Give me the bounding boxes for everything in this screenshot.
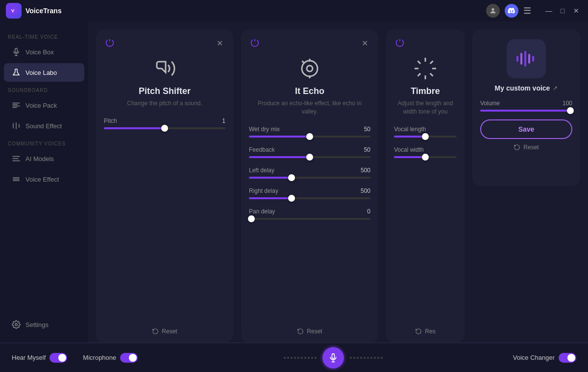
gear-icon bbox=[12, 320, 21, 329]
toggle-knob bbox=[58, 354, 66, 362]
slider-thumb[interactable] bbox=[288, 174, 295, 181]
close-card-button[interactable]: ✕ bbox=[359, 37, 370, 49]
vocal-length-slider[interactable] bbox=[394, 136, 457, 138]
sidebar-item-sound-effect[interactable]: Sound Effect bbox=[4, 116, 84, 135]
mic-dot bbox=[294, 357, 296, 359]
control-label: Feedback bbox=[249, 146, 275, 153]
mic-button[interactable] bbox=[322, 347, 344, 369]
maximize-button[interactable]: □ bbox=[557, 5, 568, 17]
reset-label: Reset bbox=[307, 328, 322, 335]
window-controls[interactable]: — □ ✕ bbox=[543, 5, 582, 17]
reset-button[interactable]: Reset bbox=[297, 328, 322, 335]
leftdelay-slider[interactable] bbox=[249, 177, 370, 179]
svg-rect-30 bbox=[332, 353, 335, 358]
control-label: Left delay bbox=[249, 167, 274, 174]
power-button[interactable] bbox=[249, 37, 261, 49]
svg-rect-26 bbox=[520, 53, 522, 65]
control-value: 50 bbox=[364, 146, 370, 153]
power-button[interactable] bbox=[394, 37, 406, 49]
slider-fill bbox=[249, 136, 310, 138]
svg-point-21 bbox=[307, 66, 313, 71]
svg-rect-29 bbox=[532, 56, 534, 62]
reset-button[interactable]: Res bbox=[415, 328, 435, 335]
power-button[interactable] bbox=[104, 37, 116, 49]
reset-icon bbox=[514, 144, 520, 151]
sidebar-item-voice-box[interactable]: Voice Box bbox=[4, 43, 84, 61]
sidebar-item-label: AI Models bbox=[25, 155, 54, 163]
reset-voice-button[interactable]: Reset bbox=[514, 144, 539, 151]
mic-dot bbox=[304, 357, 306, 359]
slider-thumb[interactable] bbox=[422, 133, 429, 140]
microphone-switch[interactable] bbox=[120, 353, 138, 363]
sidebar-section-soundboard: SOUNDBOARD bbox=[0, 83, 88, 95]
slider-thumb[interactable] bbox=[306, 133, 313, 140]
slider-thumb[interactable] bbox=[248, 215, 255, 222]
custom-voice-panel: My custom voice ↗ Volume 100 Save Reset bbox=[472, 29, 580, 186]
microphone-label: Microphone bbox=[83, 354, 116, 361]
slider-thumb[interactable] bbox=[288, 195, 295, 202]
sidebar-item-ai-models[interactable]: AI Models bbox=[4, 149, 84, 168]
volume-slider[interactable] bbox=[480, 110, 572, 112]
card-footer: Reset bbox=[104, 322, 225, 335]
slider-thumb[interactable] bbox=[306, 154, 313, 161]
card-top-row: ✕ bbox=[104, 37, 225, 49]
slider-thumb[interactable] bbox=[161, 125, 168, 132]
external-link-icon[interactable]: ↗ bbox=[553, 85, 558, 92]
feedback-slider[interactable] bbox=[249, 156, 370, 158]
vocal-width-slider[interactable] bbox=[394, 156, 457, 158]
slider-thumb[interactable] bbox=[422, 154, 429, 161]
control-label: Vocal length bbox=[394, 126, 426, 133]
pandelay-slider[interactable] bbox=[249, 218, 370, 220]
bottom-bar: Hear Myself Microphone bbox=[0, 343, 588, 372]
svg-point-20 bbox=[302, 61, 318, 76]
close-card-button[interactable]: ✕ bbox=[214, 37, 225, 49]
save-button[interactable]: Save bbox=[480, 119, 572, 139]
card-title: Pitch Shifter bbox=[104, 86, 225, 96]
mic-dots-right bbox=[350, 357, 383, 359]
card-controls: Pitch 1 bbox=[104, 117, 225, 322]
slider-fill bbox=[394, 136, 425, 138]
slider-fill bbox=[104, 127, 165, 129]
custom-voice-title: My custom voice bbox=[495, 84, 550, 92]
hear-myself-switch[interactable] bbox=[49, 353, 67, 363]
it-echo-card: ✕ It Echo Produce an echo-like effect, l… bbox=[241, 29, 378, 343]
titlebar-user-icons: ☰ bbox=[486, 4, 535, 18]
mic-center bbox=[153, 347, 513, 369]
microphone-toggle: Microphone bbox=[83, 353, 138, 363]
rightdelay-slider[interactable] bbox=[249, 197, 370, 199]
sidebar-item-label: Sound Effect bbox=[25, 122, 62, 130]
ai-icon bbox=[12, 154, 21, 163]
mic-dot bbox=[350, 357, 352, 359]
mic-dot bbox=[353, 357, 355, 359]
voice-changer-label: Voice Changer bbox=[513, 354, 555, 361]
hamburger-icon[interactable]: ☰ bbox=[523, 5, 531, 16]
svg-line-24 bbox=[302, 61, 304, 63]
control-row: Pitch 1 bbox=[104, 117, 225, 129]
close-button[interactable]: ✕ bbox=[570, 5, 582, 17]
sidebar-item-voice-pack[interactable]: Voice Pack bbox=[4, 96, 84, 115]
sidebar-item-label: Voice Pack bbox=[25, 102, 57, 109]
reset-button[interactable]: Reset bbox=[152, 328, 177, 335]
voice-changer-switch[interactable] bbox=[559, 353, 576, 363]
sidebar-item-voice-effect[interactable]: Voice Effect bbox=[4, 170, 84, 188]
hear-myself-toggle: Hear Myself bbox=[12, 353, 67, 363]
slider-fill bbox=[249, 156, 310, 158]
minimize-button[interactable]: — bbox=[543, 5, 555, 17]
wetdrymix-slider[interactable] bbox=[249, 136, 370, 138]
pitch-slider[interactable] bbox=[104, 127, 225, 129]
sidebar-item-settings[interactable]: Settings bbox=[4, 315, 84, 334]
control-row: Vocal width bbox=[394, 146, 457, 158]
mic-dot bbox=[291, 357, 293, 359]
waveform-icon bbox=[514, 47, 538, 70]
voice-effect-icon bbox=[12, 175, 21, 184]
card-controls: Wet dry mix 50 Feedback 50 bbox=[249, 126, 370, 322]
mic-dot bbox=[357, 357, 359, 359]
control-row: Wet dry mix 50 bbox=[249, 126, 370, 138]
sidebar-item-voice-labo[interactable]: Voice Labo bbox=[4, 63, 84, 82]
svg-rect-28 bbox=[528, 54, 530, 64]
mic-dot bbox=[297, 357, 299, 359]
app-logo: V bbox=[6, 3, 22, 19]
mic-dot bbox=[374, 357, 376, 359]
slider-thumb[interactable] bbox=[567, 107, 574, 114]
card-desc: Change the pitch of a sound. bbox=[104, 99, 225, 108]
